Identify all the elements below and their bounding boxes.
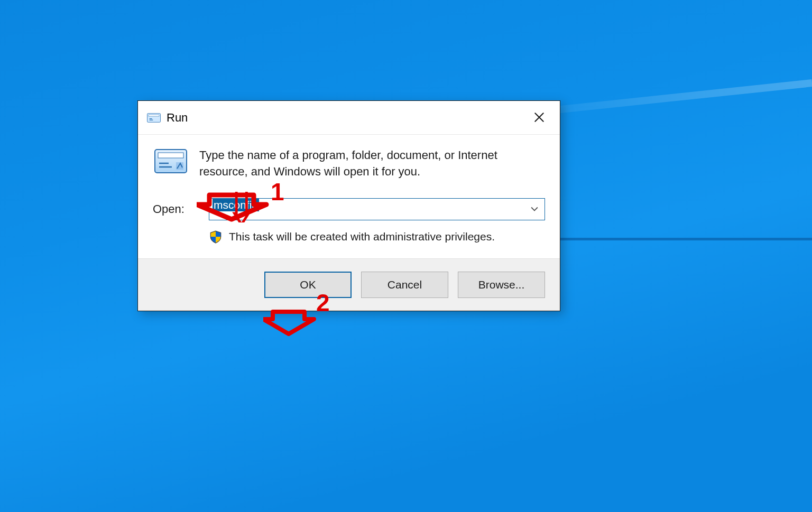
svg-rect-1 (149, 115, 159, 116)
open-input[interactable]: msconfig (209, 199, 524, 220)
dialog-content: Type the name of a program, folder, docu… (138, 135, 560, 258)
run-large-icon (153, 147, 189, 175)
close-icon (533, 110, 545, 126)
ok-button[interactable]: OK (264, 272, 352, 298)
run-dialog: Run (137, 100, 560, 311)
dialog-description: Type the name of a program, folder, docu… (199, 147, 545, 180)
cancel-button[interactable]: Cancel (361, 272, 448, 298)
dialog-title: Run (167, 111, 188, 125)
admin-privileges-note: This task will be created with administr… (229, 230, 495, 243)
run-icon (146, 110, 161, 125)
button-bar: OK Cancel Browse... (138, 258, 560, 311)
open-input-value: msconfig (213, 198, 259, 211)
open-label: Open: (153, 202, 197, 216)
uac-shield-icon (209, 230, 223, 244)
open-combobox[interactable]: msconfig (209, 198, 545, 220)
close-button[interactable] (521, 102, 558, 134)
titlebar[interactable]: Run (138, 101, 560, 135)
chevron-down-icon[interactable] (524, 199, 545, 220)
svg-rect-3 (158, 153, 183, 158)
browse-button[interactable]: Browse... (458, 272, 545, 298)
